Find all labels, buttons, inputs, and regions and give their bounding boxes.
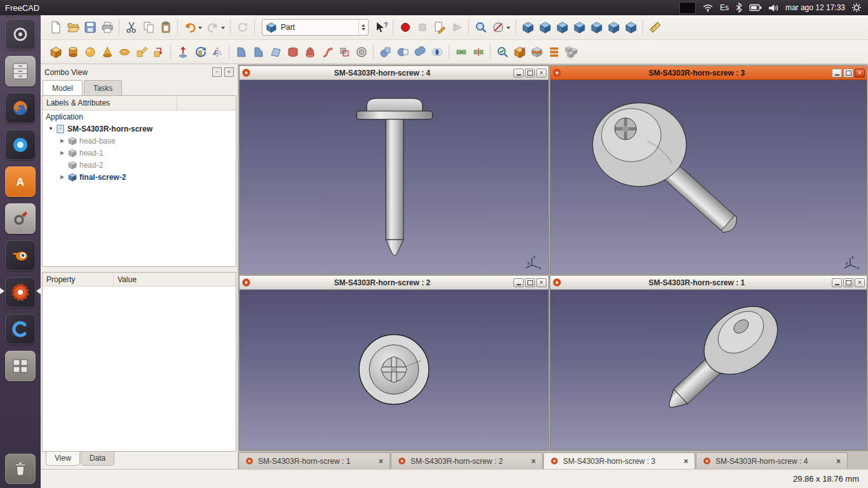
draw-style-button[interactable]	[489, 19, 506, 36]
close-button[interactable]: ×	[536, 69, 546, 78]
clock[interactable]: mar ago 12 17:33	[785, 3, 845, 12]
minimize-button[interactable]	[832, 278, 842, 287]
close-button[interactable]: ×	[855, 69, 865, 78]
part-split-features-button[interactable]	[470, 43, 487, 60]
part-ruled-surface-button[interactable]	[284, 43, 301, 60]
close-icon[interactable]: ×	[836, 457, 841, 466]
workbench-selector[interactable]: Part	[262, 19, 369, 36]
3d-viewport-isometric[interactable]	[550, 290, 867, 450]
part-chamfer-button[interactable]	[250, 43, 267, 60]
maximize-button[interactable]	[843, 278, 853, 287]
top-view-button[interactable]	[553, 19, 571, 36]
part-cone-button[interactable]	[98, 43, 116, 60]
part-sphere-button[interactable]	[81, 43, 98, 60]
expander-icon[interactable]: ▶	[59, 150, 65, 156]
blender-icon[interactable]	[5, 240, 36, 271]
panel-float-button[interactable]: ▫	[212, 67, 222, 77]
left-view-button[interactable]	[622, 19, 639, 36]
window-tab-4[interactable]: SM-S4303R-horn-screw : 4 ×	[696, 452, 848, 469]
battery-icon[interactable]	[749, 4, 762, 11]
close-icon[interactable]: ×	[379, 457, 383, 466]
draw-style-caret[interactable]	[506, 27, 510, 31]
minimize-button[interactable]	[513, 69, 524, 78]
part-fillet-button[interactable]	[233, 43, 250, 60]
tab-tasks[interactable]: Tasks	[84, 80, 123, 95]
bottom-view-button[interactable]	[605, 19, 622, 36]
part-cross-sections-button[interactable]	[545, 43, 562, 60]
window-tab-3[interactable]: SM-S4303R-horn-screw : 3 ×	[543, 452, 695, 469]
part-shape-builder-button[interactable]	[150, 43, 167, 60]
window-indicator[interactable]	[679, 2, 696, 14]
tree-item-label[interactable]: head-1	[79, 149, 103, 158]
maximize-button[interactable]	[843, 69, 853, 78]
close-icon[interactable]: ×	[684, 457, 688, 466]
undo-button[interactable]	[181, 19, 198, 36]
part-cylinder-button[interactable]	[64, 43, 81, 60]
undo-menu-caret[interactable]	[198, 27, 202, 31]
part-cut-button[interactable]	[394, 43, 411, 60]
trash-icon[interactable]	[5, 454, 36, 484]
cut-button[interactable]	[123, 19, 140, 36]
edit-macro-button[interactable]	[431, 19, 448, 36]
part-check-geometry-button[interactable]	[494, 43, 511, 60]
workspace-switcher-icon[interactable]	[5, 351, 36, 381]
part-revolve-button[interactable]	[191, 43, 208, 60]
part-thickness-button[interactable]	[353, 43, 370, 60]
whats-this-button[interactable]: ?	[372, 19, 390, 36]
window-titlebar[interactable]: SM-S4303R-horn-screw : 2 ×	[240, 276, 548, 290]
save-button[interactable]	[81, 19, 98, 36]
part-sweep-button[interactable]	[318, 43, 336, 60]
session-menu-icon[interactable]	[851, 3, 862, 13]
close-button[interactable]: ×	[536, 278, 546, 287]
part-extrude-button[interactable]	[174, 43, 191, 60]
tab-view[interactable]: View	[46, 452, 80, 466]
expander-icon[interactable]: ▶	[59, 174, 65, 180]
window-titlebar[interactable]: SM-S4303R-horn-screw : 1 ×	[550, 276, 867, 290]
window-titlebar[interactable]: SM-S4303R-horn-screw : 4 ×	[240, 66, 548, 80]
panel-close-button[interactable]: ×	[224, 67, 234, 77]
front-view-button[interactable]	[536, 19, 553, 36]
maximize-button[interactable]	[525, 69, 535, 78]
tree-item[interactable]: ▶ head-base	[43, 135, 236, 147]
wifi-icon[interactable]	[702, 2, 714, 13]
copy-button[interactable]	[140, 19, 157, 36]
tree-item-selected[interactable]: ▶ final-screw-2	[43, 171, 236, 183]
open-document-button[interactable]	[64, 19, 81, 36]
window-titlebar[interactable]: SM-S4303R-horn-screw : 3 ×	[550, 66, 867, 80]
print-button[interactable]	[98, 19, 116, 36]
expander-open-icon[interactable]: ▼	[48, 126, 54, 132]
tab-model[interactable]: Model	[43, 80, 83, 95]
part-section-button[interactable]	[528, 43, 545, 60]
close-button[interactable]: ×	[855, 278, 865, 287]
ubuntu-software-icon[interactable]: A	[5, 166, 36, 197]
right-view-button[interactable]	[571, 19, 588, 36]
part-loft-button[interactable]	[301, 43, 318, 60]
minimize-button[interactable]	[832, 69, 842, 78]
c-editor-icon[interactable]	[5, 314, 36, 344]
part-intersection-button[interactable]	[428, 43, 445, 60]
bluetooth-icon[interactable]	[735, 3, 743, 13]
tree-item-label[interactable]: head-base	[79, 137, 116, 146]
firefox-icon[interactable]	[5, 93, 36, 123]
web-browser-icon[interactable]	[5, 130, 36, 160]
tab-data[interactable]: Data	[81, 452, 114, 466]
part-primitives-button[interactable]	[133, 43, 150, 60]
part-make-face-button[interactable]	[267, 43, 284, 60]
axonometric-view-button[interactable]	[519, 19, 536, 36]
window-tab-1[interactable]: SM-S4303R-horn-screw : 1 ×	[238, 452, 390, 469]
volume-icon[interactable]	[768, 3, 779, 13]
3d-viewport-front[interactable]: z y x	[240, 80, 548, 274]
tree-item-label[interactable]: final-screw-2	[79, 173, 126, 182]
expander-icon[interactable]: ▶	[59, 138, 65, 144]
tree-item-document[interactable]: ▼ SM-S4303R-horn-screw	[43, 123, 236, 135]
part-box-button[interactable]	[47, 43, 64, 60]
part-mirror-button[interactable]	[208, 43, 226, 60]
part-union-button[interactable]	[411, 43, 428, 60]
part-boolean-button[interactable]	[377, 43, 394, 60]
workbench-spinner[interactable]	[358, 20, 368, 35]
tree-item[interactable]: ▶ head-1	[43, 147, 236, 159]
close-icon[interactable]: ×	[531, 457, 536, 466]
freecad-icon[interactable]	[5, 277, 36, 308]
part-offset-button[interactable]	[336, 43, 353, 60]
part-defeaturing-button[interactable]	[511, 43, 528, 60]
